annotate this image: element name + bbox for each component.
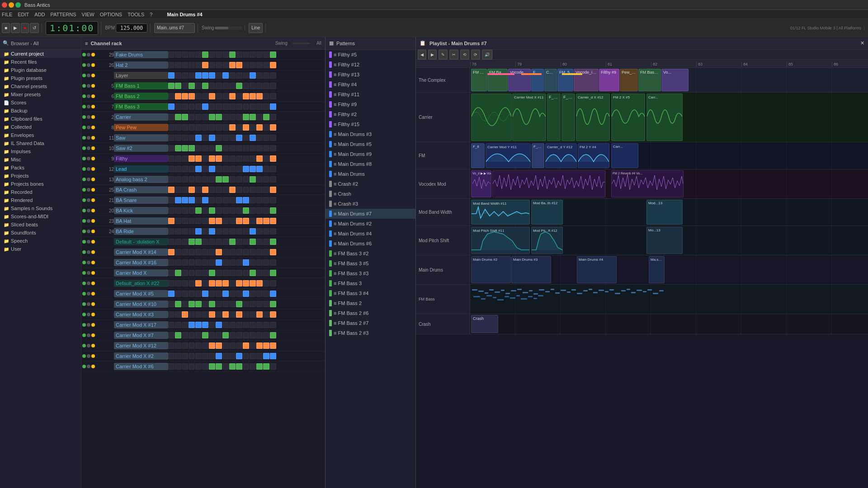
ch-pad[interactable] [168,83,175,89]
sidebar-item-samples-n-sounds[interactable]: 📁Samples n Sounds [0,204,81,212]
ch-pad[interactable] [263,135,269,141]
ch-pad[interactable] [182,343,188,349]
ch-pad[interactable] [256,311,263,318]
ch-pad[interactable] [189,228,195,235]
ch-pad[interactable] [168,72,175,79]
ch-pad[interactable] [236,135,242,141]
modps-block-3[interactable]: Mo...13 [646,227,683,254]
ch-solo-dot[interactable] [91,198,95,202]
ch-pad[interactable] [250,343,256,349]
ch-active-dot[interactable] [82,323,86,327]
ch-pad[interactable] [175,249,181,255]
ch-pad[interactable] [168,291,175,297]
ch-pad[interactable] [202,93,208,99]
ch-pad[interactable] [175,322,181,328]
ch-pad[interactable] [175,259,181,266]
ch-pad[interactable] [202,187,208,193]
ch-pad[interactable] [270,311,276,318]
ch-pad[interactable] [250,353,256,359]
ch-pad[interactable] [243,332,249,338]
ch-pad[interactable] [195,176,202,183]
ch-active-dot[interactable] [82,261,86,264]
ch-pad[interactable] [189,83,195,89]
ch-active-dot[interactable] [82,188,86,192]
ch-pad[interactable] [263,62,269,68]
pattern-item-27[interactable]: ≡ FM Bass 2 #7 [326,318,415,328]
ch-active-dot[interactable] [82,63,86,67]
ch-pad[interactable] [195,218,202,224]
ch-pad[interactable] [243,62,249,68]
ch-pad[interactable] [236,62,242,68]
ch-pad[interactable] [202,363,208,370]
track-content-modbw[interactable]: Mod Band Width #11 Mod Ba..th #12 Mod...… [470,199,868,225]
ch-pad[interactable] [189,363,195,370]
ch-pad[interactable] [175,114,181,120]
ch-pad[interactable] [250,228,256,235]
ch-pad[interactable] [195,72,202,79]
ch-pad[interactable] [236,332,242,338]
ch-pad[interactable] [229,176,236,183]
ch-active-dot[interactable] [82,219,86,223]
ch-name-label[interactable]: Carrier Mod X #6 [114,363,168,370]
ch-pad[interactable] [243,187,249,193]
ch-pad[interactable] [243,114,249,120]
ch-pad[interactable] [168,207,175,214]
ch-name-label[interactable]: Carrier [114,113,168,121]
menu-add[interactable]: ADD [34,12,45,17]
ch-pad[interactable] [222,322,229,328]
ch-pad[interactable] [216,124,222,131]
ch-pad[interactable] [229,291,236,297]
ch-pad[interactable] [222,218,229,224]
ch-solo-dot[interactable] [91,250,95,254]
ch-pad[interactable] [195,259,202,266]
ch-pad[interactable] [243,72,249,79]
ch-pad[interactable] [250,124,256,131]
ch-pad[interactable] [182,93,188,99]
ch-pad[interactable] [236,353,242,359]
ch-solo-dot[interactable] [91,105,95,108]
ch-pad[interactable] [202,207,208,214]
ch-name-label[interactable]: BA Snare [114,197,168,204]
ch-pad[interactable] [222,145,229,151]
ch-pad[interactable] [195,322,202,328]
ch-pad[interactable] [222,52,229,58]
sidebar-item-projects-bones[interactable]: 📁Projects bones [0,180,81,188]
ch-pad[interactable] [182,72,188,79]
ch-pad[interactable] [202,343,208,349]
ch-pad[interactable] [236,363,242,370]
ch-pad[interactable] [222,270,229,276]
ch-active-dot[interactable] [82,282,86,285]
pattern-item-4[interactable]: ≡ Filthy #11 [326,89,415,99]
ch-solo-dot[interactable] [91,219,95,223]
ch-pad[interactable] [250,332,256,338]
ch-pad[interactable] [229,103,236,110]
ch-name-label[interactable]: FM Bass 2 [114,93,168,100]
window-controls[interactable] [2,2,21,8]
ch-active-dot[interactable] [82,292,86,296]
ch-pad[interactable] [256,239,263,245]
ch-pad[interactable] [263,332,269,338]
ch-pad[interactable] [229,93,236,99]
ch-pad[interactable] [250,176,256,183]
ch-pad[interactable] [236,124,242,131]
ch-pad[interactable] [209,124,215,131]
ch-pad[interactable] [195,114,202,120]
ch-pad[interactable] [236,343,242,349]
menu-options[interactable]: OPTIONS [100,12,123,17]
ch-pad[interactable] [209,301,215,307]
ch-pad[interactable] [243,166,249,172]
ch-pad[interactable] [243,124,249,131]
ch-pad[interactable] [202,280,208,286]
ch-pad[interactable] [168,311,175,318]
ch-pad[interactable] [256,363,263,370]
ch-pad[interactable] [236,176,242,183]
ch-pad[interactable] [229,301,236,307]
track-content-vocodex[interactable]: Vo_d ▶ ▶ Vocodex Mod [470,169,868,198]
ch-pad[interactable] [222,103,229,110]
vocodex-block-1[interactable]: Vo_d ▶ ▶ Vocodex Mod [471,170,491,197]
ch-pad[interactable] [182,83,188,89]
ch-pad[interactable] [243,228,249,235]
ch-mute-dot[interactable] [87,292,90,296]
ch-pad[interactable] [168,332,175,338]
menu-patterns[interactable]: PATTERNS [51,12,76,17]
